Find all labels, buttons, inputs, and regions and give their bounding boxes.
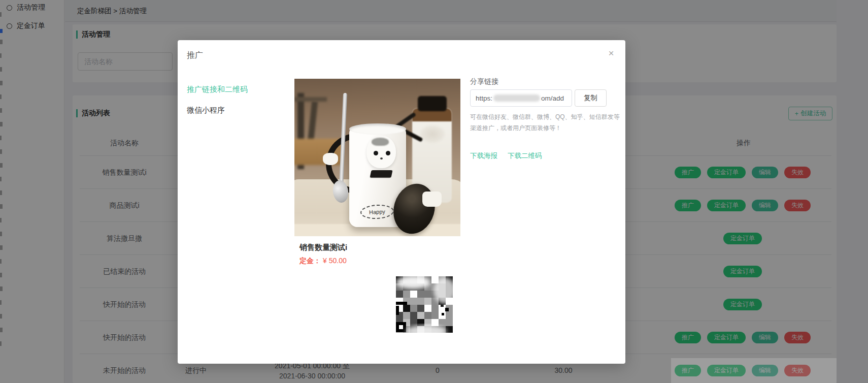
url-suffix: om/add bbox=[541, 94, 564, 102]
photo-cat-eye-shape bbox=[374, 151, 378, 155]
photo-mug-rim-shape bbox=[349, 123, 406, 135]
download-qrcode-link[interactable]: 下载二维码 bbox=[508, 151, 542, 161]
photo-sugar-paw-shape bbox=[422, 192, 442, 207]
qr-code-censored bbox=[396, 275, 453, 333]
url-prefix: https: bbox=[476, 94, 492, 102]
price-label: 定金： bbox=[299, 257, 321, 265]
copy-button[interactable]: 复制 bbox=[575, 89, 607, 107]
photo-cat-nose-shape bbox=[380, 157, 383, 159]
download-poster-link[interactable]: 下载海报 bbox=[470, 151, 497, 161]
download-links: 下载海报 下载二维码 bbox=[470, 151, 542, 161]
photo-sugar-paw-shape bbox=[323, 153, 338, 165]
app-window: 活动管理 定金订单 定金阶梯团 > 活动管理 活动管理 活动列表 + 创建活动 … bbox=[0, 0, 868, 383]
product-name: 销售数量测试i bbox=[299, 243, 347, 252]
modal-title: 推广 bbox=[187, 50, 203, 61]
product-photo: Happy bbox=[294, 79, 460, 236]
photo-bowtie-shape bbox=[370, 170, 392, 178]
share-link-label: 分享链接 bbox=[470, 77, 498, 86]
price-value: ¥ 50.00 bbox=[323, 257, 347, 265]
close-icon[interactable]: × bbox=[605, 47, 617, 59]
redacted-url-segment bbox=[493, 94, 540, 102]
share-link-input[interactable]: https: om/add bbox=[470, 89, 572, 107]
promotion-modal: 推广 × 推广链接和二维码 微信小程序 bbox=[178, 40, 625, 364]
hovered-row-highlight bbox=[671, 358, 837, 383]
photo-cat-eye-shape bbox=[386, 151, 390, 155]
photo-second-mug-cap-shape bbox=[418, 96, 447, 111]
photo-second-mug-face-shape bbox=[420, 125, 445, 143]
tab-wechat-miniprogram[interactable]: 微信小程序 bbox=[187, 106, 225, 115]
photo-cat-hair-shape bbox=[372, 138, 389, 146]
tab-promotion-link-qrcode[interactable]: 推广链接和二维码 bbox=[187, 85, 248, 94]
photo-shelf-shape bbox=[294, 97, 327, 102]
product-deposit-price: 定金：¥ 50.00 bbox=[299, 257, 347, 266]
share-tip-text: 可在微信好友、微信群、微博、QQ、知乎、短信群发等渠道推广，或者用户页面装修等！ bbox=[470, 111, 620, 134]
qr-mosaic bbox=[396, 275, 453, 333]
